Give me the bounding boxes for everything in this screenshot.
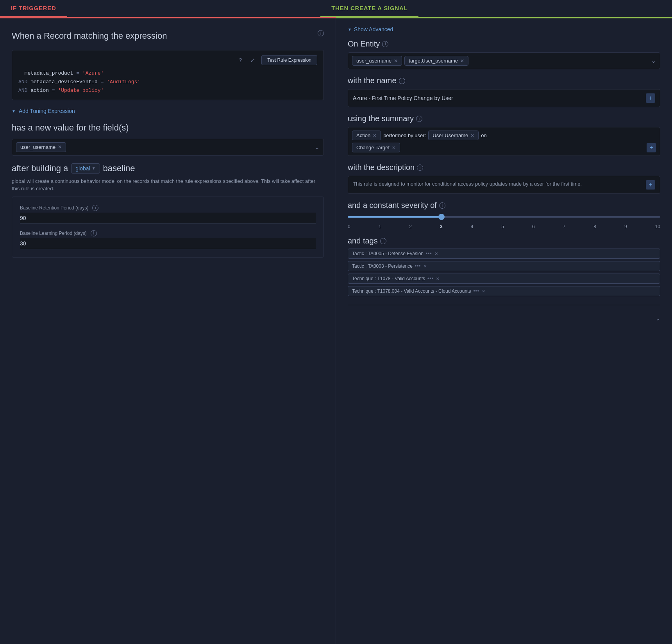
expand-icon-btn[interactable]: ⤢: [248, 56, 257, 64]
left-panel: When a Record matching the expression i …: [0, 18, 336, 644]
tag-dots-3[interactable]: •••: [473, 288, 479, 294]
code-line-1: metadata_product = 'Azure': [18, 69, 317, 78]
slider-container[interactable]: [348, 214, 660, 220]
summary-performed-text: performed by user:: [383, 132, 426, 138]
main-layout: When a Record matching the expression i …: [0, 18, 672, 644]
bottom-divider: [348, 305, 660, 305]
entity-dropdown-arrow[interactable]: ⌄: [651, 57, 656, 64]
tags-grid: Tactic : TA0005 - Defense Evasion ••• ✕ …: [348, 249, 660, 296]
severity-6: 6: [532, 224, 535, 229]
summary-info-icon[interactable]: i: [416, 116, 422, 122]
tag-remove-0[interactable]: ✕: [434, 251, 438, 256]
entity-tag-remove-1[interactable]: ✕: [460, 58, 464, 64]
baseline-label: baseline: [103, 163, 135, 174]
tag-dots-0[interactable]: •••: [426, 251, 432, 256]
tag-remove-2[interactable]: ✕: [436, 276, 440, 281]
entity-tag-remove-0[interactable]: ✕: [394, 58, 398, 64]
tag-item-0: Tactic : TA0005 - Defense Evasion ••• ✕: [348, 249, 660, 259]
entity-info-icon[interactable]: i: [382, 41, 388, 47]
description-info-icon[interactable]: i: [417, 165, 423, 171]
tag-remove-3[interactable]: ✕: [482, 289, 485, 294]
summary-change-target-label: Change Target: [356, 145, 390, 150]
field-tag-container[interactable]: user_username ✕ ⌄: [12, 139, 324, 156]
severity-info-icon[interactable]: i: [439, 202, 445, 209]
top-tabs: IF TRIGGERED THEN CREATE A SIGNAL: [0, 0, 672, 17]
tuning-label: Add Tuning Expression: [19, 108, 75, 114]
tag-dots-2[interactable]: •••: [427, 276, 434, 281]
using-summary-heading: using the summary i: [348, 114, 660, 123]
using-summary-section: using the summary i Action ✕ performed b…: [348, 114, 660, 156]
severity-10: 10: [655, 224, 660, 229]
name-info-icon[interactable]: i: [399, 78, 405, 84]
when-info-icon[interactable]: i: [318, 30, 324, 36]
summary-action-remove[interactable]: ✕: [373, 133, 377, 138]
tab-triggered[interactable]: IF TRIGGERED: [0, 0, 67, 17]
severity-9: 9: [624, 224, 627, 229]
slider-thumb[interactable]: [438, 214, 445, 220]
on-entity-section: On Entity i user_username ✕ targetUser_u…: [348, 39, 660, 69]
name-input[interactable]: [353, 95, 643, 101]
severity-labels: 0 1 2 3 4 5 6 7 8 9 10: [348, 224, 660, 229]
advanced-chevron: ▼: [348, 27, 352, 32]
tag-label-3: Technique : T1078.004 - Valid Accounts -…: [352, 288, 471, 294]
tags-info-icon[interactable]: i: [380, 238, 386, 244]
tag-label-0: Tactic : TA0005 - Defense Evasion: [352, 251, 424, 256]
severity-7: 7: [563, 224, 566, 229]
baseline-inputs-box: Baseline Retention Period (days) i Basel…: [12, 197, 324, 258]
global-dropdown[interactable]: global ▼: [71, 163, 100, 174]
severity-section: and a constant severity of i 0 1 2 3 4 5…: [348, 201, 660, 229]
tag-remove-1[interactable]: ✕: [424, 264, 427, 269]
learning-group: Baseline Learning Period (days) i: [20, 230, 316, 249]
tag-item-2: Technique : T1078 - Valid Accounts ••• ✕: [348, 274, 660, 284]
slider-track: [348, 216, 660, 218]
severity-heading: and a constant severity of i: [348, 201, 660, 210]
summary-tag-change-target: Change Target ✕: [352, 143, 400, 152]
field-dropdown-arrow[interactable]: ⌄: [315, 143, 320, 151]
right-panel: ▼ Show Advanced On Entity i user_usernam…: [336, 18, 672, 644]
retention-info-icon[interactable]: i: [92, 205, 98, 211]
severity-4: 4: [471, 224, 474, 229]
severity-8: 8: [593, 224, 596, 229]
severity-5: 5: [501, 224, 504, 229]
tag-dots-1[interactable]: •••: [415, 263, 421, 269]
show-advanced-label: Show Advanced: [354, 26, 393, 32]
code-line-2: AND metadata_deviceEventId = 'AuditLogs': [18, 78, 317, 86]
entity-tag-label-0: user_username: [356, 58, 391, 64]
name-plus-button[interactable]: +: [646, 93, 655, 103]
entity-tag-target-username: targetUser_username ✕: [404, 56, 468, 66]
learning-input[interactable]: [20, 238, 316, 249]
tag-label-1: Tactic : TA0003 - Persistence: [352, 263, 413, 269]
summary-on-text: on: [481, 132, 486, 138]
tab-triggered-label: IF TRIGGERED: [11, 5, 56, 11]
severity-0: 0: [348, 224, 350, 229]
learning-info-icon[interactable]: i: [91, 230, 97, 236]
summary-tag-user-username: User Username ✕: [428, 131, 479, 140]
chevron-down-icon: ⌄: [656, 315, 660, 322]
with-description-heading: with the description i: [348, 163, 660, 172]
code-toolbar: ? ⤢ Test Rule Expression: [18, 55, 317, 65]
baseline-section: after building a global ▼ baseline globa…: [12, 163, 324, 258]
summary-plus-button[interactable]: +: [647, 143, 656, 152]
retention-label: Baseline Retention Period (days) i: [20, 205, 316, 211]
description-box: This rule is designed to monitor for con…: [348, 176, 660, 194]
summary-user-remove[interactable]: ✕: [470, 133, 474, 138]
with-name-heading: with the name i: [348, 76, 660, 85]
field-tag-user-username: user_username ✕: [16, 142, 66, 152]
show-advanced-row[interactable]: ▼ Show Advanced: [348, 26, 660, 32]
description-plus-button[interactable]: +: [646, 180, 655, 190]
entity-tags-container[interactable]: user_username ✕ targetUser_username ✕ ⌄: [348, 52, 660, 69]
tuning-row[interactable]: ▼ Add Tuning Expression: [12, 108, 324, 114]
name-input-row: +: [348, 89, 660, 107]
test-rule-button[interactable]: Test Rule Expression: [261, 55, 317, 65]
help-icon-btn[interactable]: ?: [236, 56, 244, 64]
summary-change-target-remove[interactable]: ✕: [392, 145, 396, 150]
field-tag-label: user_username: [20, 144, 55, 150]
with-description-section: with the description i This rule is desi…: [348, 163, 660, 194]
bottom-chevron[interactable]: ⌄: [348, 314, 660, 323]
tab-signal[interactable]: THEN CREATE A SIGNAL: [320, 0, 418, 17]
learning-label: Baseline Learning Period (days) i: [20, 230, 316, 236]
code-editor: ? ⤢ Test Rule Expression metadata_produc…: [12, 50, 324, 100]
severity-1: 1: [379, 224, 381, 229]
retention-input[interactable]: [20, 213, 316, 224]
field-tag-remove[interactable]: ✕: [58, 144, 62, 150]
